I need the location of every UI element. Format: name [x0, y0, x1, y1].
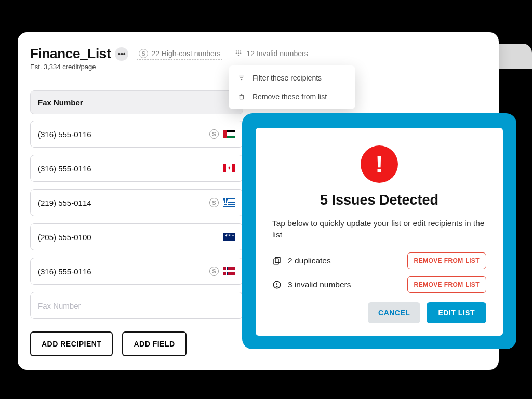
- high-cost-label: 22 High-cost nunbers: [151, 49, 220, 58]
- svg-point-4: [240, 50, 241, 51]
- fax-number: (205) 555-0100: [38, 233, 91, 242]
- column-header-fax-label: Fax Number: [38, 98, 83, 107]
- alert-icon: !: [361, 145, 398, 183]
- filter-icon: [237, 74, 246, 82]
- high-cost-pill[interactable]: S 22 High-cost nunbers: [137, 48, 222, 60]
- dialog-title: 5 Issues Detected: [272, 192, 486, 208]
- svg-point-5: [236, 52, 237, 54]
- recipient-row[interactable]: (205) 555-0100: [30, 223, 243, 250]
- issue-row-duplicates: 2 duplicates REMOVE FROM LIST: [272, 252, 486, 269]
- dollar-icon: S: [139, 49, 148, 58]
- flag-icon: ✦: [223, 164, 235, 172]
- remove-duplicates-button[interactable]: REMOVE FROM LIST: [407, 252, 486, 269]
- svg-rect-16: [274, 259, 278, 264]
- filter-recipients-item[interactable]: Filter these recipients: [229, 69, 355, 87]
- fax-placeholder: Fax Number: [38, 301, 81, 310]
- popover-filter-label: Filter these recipients: [252, 74, 322, 82]
- cancel-button[interactable]: CANCEL: [368, 302, 420, 323]
- recipient-row[interactable]: (316) 555-0116 S: [30, 258, 243, 285]
- invalid-label: 12 Invalid numbers: [246, 49, 308, 58]
- flag-icon: [223, 130, 235, 138]
- flag-icon: [223, 198, 235, 207]
- flag-icon: [223, 267, 235, 275]
- fax-number: (219) 555-0114: [38, 198, 91, 207]
- fax-number: (316) 555-0116: [38, 267, 91, 276]
- invalid-numbers-pill[interactable]: 12 Invalid numbers: [232, 48, 310, 59]
- add-recipient-button[interactable]: ADD RECIPIENT: [30, 331, 113, 356]
- invalid-label: 3 invalid numbers: [288, 280, 351, 289]
- svg-point-19: [276, 286, 277, 287]
- column-header-fax: Fax Number: [30, 90, 243, 114]
- issue-row-invalid: 3 invalid numbers REMOVE FROM LIST: [272, 276, 486, 293]
- duplicate-icon: [272, 256, 282, 265]
- remove-recipients-item[interactable]: Remove these from list: [229, 87, 355, 106]
- svg-point-3: [238, 50, 239, 51]
- svg-point-8: [238, 55, 239, 56]
- page-title: Finance_List: [30, 46, 111, 62]
- svg-point-7: [240, 52, 241, 54]
- flag-icon: [223, 233, 235, 241]
- issues-dialog: ! 5 Issues Detected Tap below to quickly…: [242, 113, 516, 349]
- credit-estimate: Est. 3,334 credit/page: [30, 63, 128, 71]
- more-menu-button[interactable]: •••: [115, 47, 128, 61]
- fax-number: (316) 555-0116: [38, 164, 91, 173]
- svg-rect-12: [240, 95, 244, 99]
- remove-invalid-button[interactable]: REMOVE FROM LIST: [407, 276, 486, 293]
- edit-list-button[interactable]: EDIT LIST: [427, 302, 486, 323]
- recipient-row[interactable]: (316) 555-0116 ✦: [30, 155, 243, 182]
- recipient-row[interactable]: (219) 555-0114 S: [30, 189, 243, 216]
- svg-point-6: [238, 52, 239, 54]
- trash-icon: [237, 93, 246, 100]
- duplicates-label: 2 duplicates: [288, 256, 331, 265]
- svg-point-2: [236, 50, 237, 51]
- dialog-subtitle: Tap below to quickly update your list or…: [272, 218, 486, 241]
- add-field-button[interactable]: ADD FIELD: [122, 331, 186, 356]
- recipient-row[interactable]: (316) 555-0116 S: [30, 121, 243, 148]
- dollar-icon: S: [209, 198, 219, 207]
- new-recipient-input[interactable]: Fax Number: [30, 292, 243, 319]
- dollar-icon: S: [209, 129, 219, 139]
- popover-remove-label: Remove these from list: [252, 92, 327, 101]
- warning-icon: [272, 280, 282, 289]
- fax-number: (316) 555-0116: [38, 130, 91, 139]
- invalid-numbers-popover: Filter these recipients Remove these fro…: [229, 65, 355, 109]
- dialpad-icon: [234, 50, 243, 57]
- svg-rect-15: [275, 257, 280, 263]
- dollar-icon: S: [209, 267, 219, 276]
